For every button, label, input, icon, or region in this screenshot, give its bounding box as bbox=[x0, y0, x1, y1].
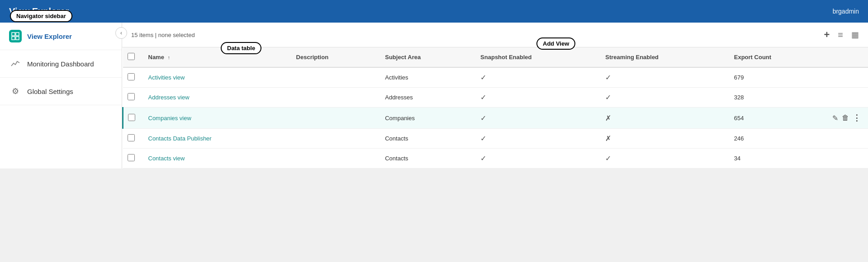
row-streaming-enabled: ✗ bbox=[598, 108, 726, 129]
row-streaming-enabled: ✓ bbox=[598, 88, 726, 108]
sidebar-item-monitoring-dashboard[interactable]: Monitoring Dashboard bbox=[0, 50, 122, 78]
row-checkbox[interactable] bbox=[128, 73, 135, 80]
row-export-count: 654 bbox=[727, 108, 825, 129]
column-header-streaming-enabled[interactable]: Streaming Enabled bbox=[598, 47, 726, 67]
row-name-link[interactable]: Companies view bbox=[148, 115, 191, 122]
row-export-count: 679 bbox=[727, 67, 825, 88]
row-export-count: 246 bbox=[727, 129, 825, 149]
column-header-actions bbox=[825, 47, 868, 67]
column-header-snapshot-enabled[interactable]: Snapshot Enabled bbox=[473, 47, 598, 67]
row-name-link[interactable]: Contacts view bbox=[148, 155, 185, 162]
delete-button[interactable]: 🗑 bbox=[842, 114, 849, 122]
items-count-label: 15 items | none selected bbox=[131, 32, 195, 38]
column-header-export-count[interactable]: Export Count bbox=[727, 47, 825, 67]
row-description bbox=[289, 149, 378, 168]
row-description bbox=[289, 88, 378, 108]
row-subject-area: Companies bbox=[378, 108, 473, 129]
sidebar-item-view-explorer[interactable]: View Explorer bbox=[0, 23, 122, 50]
columns-button[interactable]: ▦ bbox=[851, 30, 859, 40]
select-all-checkbox-header[interactable] bbox=[123, 47, 141, 67]
more-button[interactable]: ⋮ bbox=[853, 113, 861, 123]
row-snapshot-enabled: ✓ bbox=[473, 67, 598, 88]
data-table: Name ↑ Description Subject Area Snapshot… bbox=[122, 47, 868, 168]
row-description bbox=[289, 129, 378, 149]
table-row: Activities viewActivities✓✓679 bbox=[123, 67, 868, 88]
table-row: Companies viewCompanies✓✗654 ✎ 🗑 ⋮ bbox=[123, 108, 868, 129]
sidebar-item-label-view-explorer: View Explorer bbox=[27, 33, 72, 40]
row-checkbox[interactable] bbox=[128, 114, 135, 121]
column-header-name[interactable]: Name ↑ bbox=[141, 47, 289, 67]
row-actions: ✎ 🗑 ⋮ bbox=[825, 108, 868, 129]
table-row: Contacts viewContacts✓✓34 bbox=[123, 149, 868, 168]
global-settings-icon: ⚙ bbox=[9, 85, 22, 98]
svg-rect-1 bbox=[16, 33, 19, 36]
row-streaming-enabled: ✓ bbox=[598, 67, 726, 88]
column-header-description[interactable]: Description bbox=[289, 47, 378, 67]
svg-rect-0 bbox=[12, 33, 15, 36]
row-subject-area: Contacts bbox=[378, 149, 473, 168]
row-snapshot-enabled: ✓ bbox=[473, 129, 598, 149]
row-snapshot-enabled: ✓ bbox=[473, 88, 598, 108]
row-snapshot-enabled: ✓ bbox=[473, 149, 598, 168]
row-name-link[interactable]: Activities view bbox=[148, 74, 185, 81]
row-description bbox=[289, 108, 378, 129]
sidebar-toggle-button[interactable]: ‹ bbox=[115, 27, 127, 39]
row-actions bbox=[825, 88, 868, 108]
content-area: 15 items | none selected + ≡ ▦ Name bbox=[122, 23, 868, 168]
row-actions bbox=[825, 149, 868, 168]
main-layout: View ExplorerMonitoring Dashboard⚙Global… bbox=[0, 23, 868, 168]
row-checkbox[interactable] bbox=[128, 93, 135, 100]
row-description bbox=[289, 67, 378, 88]
sidebar-item-global-settings[interactable]: ⚙Global Settings bbox=[0, 78, 122, 105]
row-snapshot-enabled: ✓ bbox=[473, 108, 598, 129]
table-row: Contacts Data PublisherContacts✓✗246 bbox=[123, 129, 868, 149]
toolbar: 15 items | none selected + ≡ ▦ bbox=[122, 23, 868, 47]
row-subject-area: Contacts bbox=[378, 129, 473, 149]
edit-button[interactable]: ✎ bbox=[832, 114, 838, 122]
row-export-count: 328 bbox=[727, 88, 825, 108]
row-name-link[interactable]: Contacts Data Publisher bbox=[148, 135, 212, 142]
select-all-checkbox[interactable] bbox=[128, 53, 135, 60]
view-explorer-icon bbox=[9, 30, 22, 42]
username-label: brgadmin bbox=[833, 8, 859, 15]
table-row: Addresses viewAddresses✓✓328 bbox=[123, 88, 868, 108]
top-header: View Explorer brgadmin bbox=[0, 0, 868, 23]
row-name-link[interactable]: Addresses view bbox=[148, 94, 190, 101]
sidebar-item-label-monitoring-dashboard: Monitoring Dashboard bbox=[27, 60, 94, 68]
svg-rect-3 bbox=[16, 37, 19, 40]
monitoring-dashboard-icon bbox=[9, 57, 22, 70]
column-header-subject-area[interactable]: Subject Area bbox=[378, 47, 473, 67]
add-view-button[interactable]: + bbox=[824, 29, 830, 41]
sidebar: View ExplorerMonitoring Dashboard⚙Global… bbox=[0, 23, 122, 168]
row-checkbox[interactable] bbox=[128, 134, 135, 141]
row-export-count: 34 bbox=[727, 149, 825, 168]
row-checkbox[interactable] bbox=[128, 154, 135, 161]
sidebar-item-label-global-settings: Global Settings bbox=[27, 88, 73, 95]
row-streaming-enabled: ✓ bbox=[598, 149, 726, 168]
table-header-row: Name ↑ Description Subject Area Snapshot… bbox=[123, 47, 868, 67]
toolbar-right: + ≡ ▦ bbox=[824, 29, 859, 41]
page-title: View Explorer bbox=[9, 6, 69, 17]
sort-arrow-name: ↑ bbox=[168, 55, 171, 60]
row-subject-area: Activities bbox=[378, 67, 473, 88]
row-actions bbox=[825, 67, 868, 88]
row-streaming-enabled: ✗ bbox=[598, 129, 726, 149]
svg-rect-2 bbox=[12, 37, 15, 40]
row-subject-area: Addresses bbox=[378, 88, 473, 108]
row-actions bbox=[825, 129, 868, 149]
filter-button[interactable]: ≡ bbox=[838, 30, 843, 40]
